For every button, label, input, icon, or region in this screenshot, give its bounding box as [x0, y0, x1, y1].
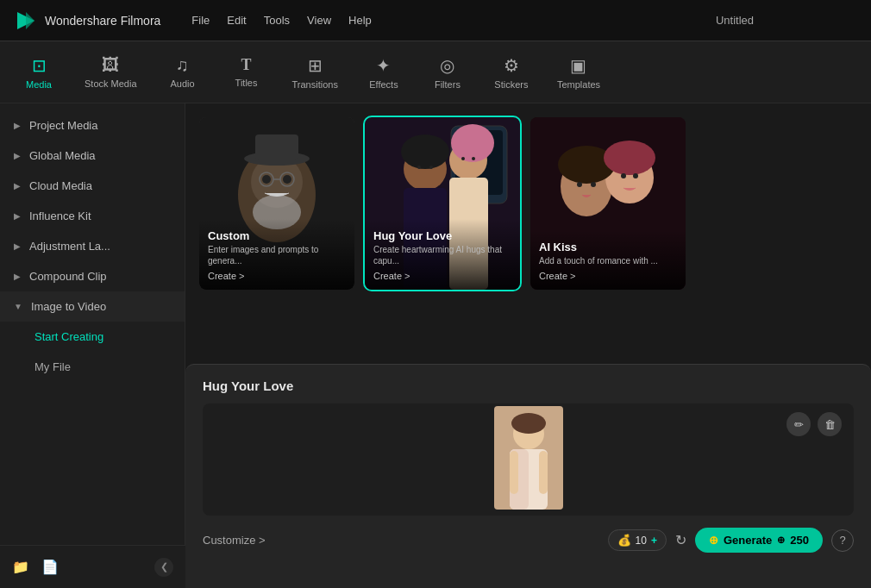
stock-media-icon: 🖼 — [102, 55, 119, 75]
customize-link[interactable]: Customize > — [203, 534, 266, 547]
tab-audio-label: Audio — [170, 78, 194, 89]
panel-upload-area[interactable]: ✏ 🗑 — [203, 403, 854, 516]
tab-stickers[interactable]: ⚙ Stickers — [481, 48, 542, 97]
tab-effects[interactable]: ✦ Effects — [354, 48, 414, 97]
sidebar: ▶ Project Media ▶ Global Media ▶ Cloud M… — [0, 103, 185, 588]
card-ai-kiss-overlay: AI Kiss Add a touch of romance with ... … — [530, 230, 686, 290]
svg-point-7 — [262, 175, 271, 184]
tab-transitions[interactable]: ⊞ Transitions — [280, 48, 350, 97]
sidebar-item-start-creating-label: Start Creating — [34, 330, 103, 343]
sidebar-item-my-file[interactable]: My File — [0, 352, 185, 382]
card-custom-overlay: Custom Enter images and prompts to gener… — [199, 219, 354, 290]
svg-point-33 — [591, 182, 596, 187]
titles-icon: T — [241, 56, 252, 74]
cards-grid: Custom Enter images and prompts to gener… — [185, 103, 871, 303]
card-custom[interactable]: Custom Enter images and prompts to gener… — [199, 117, 354, 290]
sidebar-item-influence-kit[interactable]: ▶ Influence Kit — [0, 201, 185, 231]
sidebar-item-global-media[interactable]: ▶ Global Media — [0, 141, 185, 171]
panel-footer-right: 💰 10 + ↻ ⊕ Generate ⊕ 250 ? — [608, 528, 854, 553]
svg-point-34 — [621, 173, 626, 178]
svg-point-23 — [417, 166, 421, 169]
nav-tabs-bar: ⊡ Media 🖼 Stock Media ♫ Audio T Titles ⊞… — [0, 41, 871, 103]
sidebar-collapse-button[interactable]: ❮ — [154, 558, 173, 577]
edit-button[interactable]: ✏ — [786, 412, 811, 436]
tab-templates-label: Templates — [557, 79, 600, 90]
sidebar-item-project-media[interactable]: ▶ Project Media — [0, 110, 185, 141]
arrow-icon: ▶ — [14, 181, 21, 191]
add-file-icon[interactable]: 📄 — [41, 559, 59, 575]
sidebar-item-my-file-label: My File — [34, 360, 71, 373]
card-hug-your-love-title: Hug Your Love — [373, 229, 511, 242]
menu-view[interactable]: View — [307, 14, 331, 27]
topbar: Wondershare Filmora File Edit Tools View… — [0, 0, 871, 41]
svg-point-35 — [633, 173, 638, 178]
card-ai-kiss-create-link[interactable]: Create > — [539, 271, 677, 281]
tab-transitions-label: Transitions — [292, 79, 338, 90]
refresh-icon[interactable]: ↻ — [675, 532, 686, 548]
tab-stock-media-label: Stock Media — [85, 78, 137, 89]
menu-file[interactable]: File — [191, 14, 210, 27]
sidebar-item-cloud-media[interactable]: ▶ Cloud Media — [0, 171, 185, 201]
tab-titles[interactable]: T Titles — [216, 49, 277, 95]
svg-rect-40 — [510, 451, 518, 494]
generate-button[interactable]: ⊕ Generate ⊕ 250 — [695, 528, 823, 553]
svg-point-42 — [511, 413, 546, 434]
sidebar-item-image-to-video[interactable]: ▼ Image to Video — [0, 291, 185, 322]
menu-bar: File Edit Tools View Help — [191, 14, 695, 27]
svg-point-31 — [604, 141, 655, 175]
card-ai-kiss-title: AI Kiss — [539, 241, 677, 253]
coin-count: 10 — [636, 535, 647, 547]
app-logo-icon — [14, 9, 38, 33]
coin-badge: 💰 10 + — [608, 529, 667, 551]
panel-photo-thumbnail — [494, 406, 563, 513]
arrow-down-icon: ▼ — [14, 302, 22, 311]
svg-rect-41 — [539, 451, 548, 494]
filters-icon: ◎ — [440, 55, 454, 76]
menu-edit[interactable]: Edit — [227, 14, 246, 27]
sidebar-item-adjustment-la[interactable]: ▶ Adjustment La... — [0, 231, 185, 261]
menu-tools[interactable]: Tools — [264, 14, 290, 27]
tab-stickers-label: Stickers — [494, 79, 528, 90]
card-hug-your-love-create-link[interactable]: Create > — [373, 271, 511, 281]
card-custom-create-link[interactable]: Create > — [208, 271, 346, 281]
generate-icon: ⊕ — [709, 534, 718, 547]
svg-rect-6 — [255, 134, 298, 160]
tab-media[interactable]: ⊡ Media — [9, 48, 69, 97]
card-hug-your-love[interactable]: 📱 — [365, 117, 520, 290]
generate-label: Generate — [724, 534, 772, 547]
effects-icon: ✦ — [376, 55, 391, 76]
sidebar-item-influence-kit-label: Influence Kit — [29, 210, 91, 222]
card-ai-kiss[interactable]: AI Kiss Add a touch of romance with ... … — [530, 117, 686, 290]
card-custom-title: Custom — [208, 229, 346, 242]
tab-media-label: Media — [26, 79, 52, 90]
main-area: ▶ Project Media ▶ Global Media ▶ Cloud M… — [0, 103, 871, 588]
app-title: Wondershare Filmora — [45, 14, 160, 28]
panel-edit-icons: ✏ 🗑 — [786, 412, 842, 436]
tab-filters[interactable]: ◎ Filters — [417, 48, 478, 97]
tab-templates[interactable]: ▣ Templates — [545, 48, 612, 97]
coin-icon: 💰 — [617, 534, 631, 547]
tab-stock-media[interactable]: 🖼 Stock Media — [72, 48, 149, 96]
templates-icon: ▣ — [570, 55, 586, 76]
sidebar-item-compound-clip-label: Compound Clip — [29, 270, 107, 283]
new-folder-icon[interactable]: 📁 — [12, 559, 29, 575]
tab-filters-label: Filters — [435, 79, 461, 90]
svg-point-22 — [451, 124, 494, 162]
panel: Hug Your Love — [185, 364, 871, 588]
panel-footer: Customize > 💰 10 + ↻ ⊕ Generate ⊕ 250 — [203, 528, 854, 553]
card-hug-your-love-desc: Create heartwarming AI hugs that capu... — [373, 244, 511, 266]
delete-button[interactable]: 🗑 — [818, 412, 842, 436]
help-button[interactable]: ? — [831, 529, 854, 552]
card-hug-your-love-overlay: Hug Your Love Create heartwarming AI hug… — [365, 219, 520, 290]
svg-point-21 — [401, 134, 449, 169]
menu-help[interactable]: Help — [348, 14, 372, 27]
sidebar-item-compound-clip[interactable]: ▶ Compound Clip — [0, 261, 185, 291]
arrow-icon: ▶ — [14, 211, 21, 221]
stickers-icon: ⚙ — [504, 55, 519, 76]
sidebar-footer-icons: 📁 📄 — [12, 559, 59, 575]
svg-point-25 — [461, 157, 465, 160]
sidebar-item-global-media-label: Global Media — [29, 149, 96, 162]
tab-audio[interactable]: ♫ Audio — [153, 48, 213, 96]
sidebar-item-start-creating[interactable]: Start Creating — [0, 322, 185, 352]
sidebar-item-image-to-video-label: Image to Video — [31, 300, 106, 313]
